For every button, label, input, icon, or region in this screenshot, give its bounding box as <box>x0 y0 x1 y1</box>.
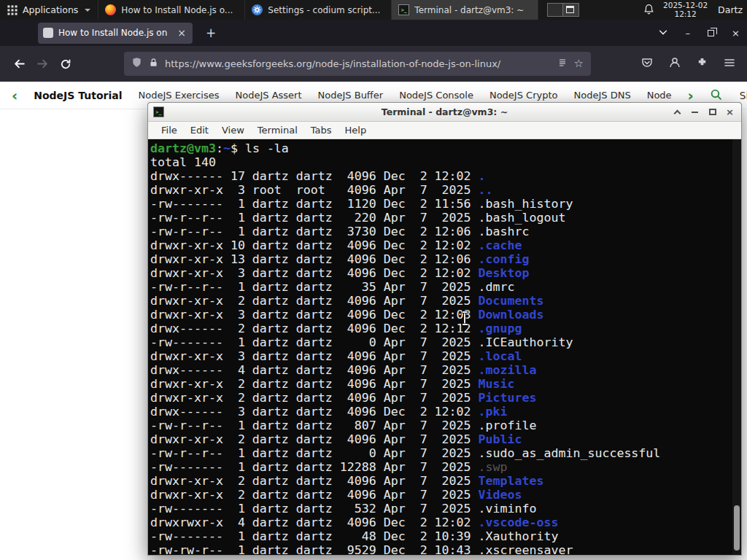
terminal-listing-row: drwxrwxr-x 4 dartz dartz 4096 Dec 2 12:0… <box>150 516 729 529</box>
site-nav-link[interactable]: Node <box>647 90 672 101</box>
terminal-listing-row: -rw------- 1 dartz dartz 0 Apr 7 2025 .I… <box>150 335 729 349</box>
panel-clock[interactable]: 2025-12-02 12:12 <box>663 1 708 18</box>
terminal-window: Terminal - dartz@vm3: ~ × FileEditViewTe… <box>147 102 742 556</box>
applications-menu-button[interactable]: Applications <box>0 0 98 20</box>
terminal-listing-row: drwxr-xr-x 2 dartz dartz 4096 Apr 7 2025… <box>150 391 729 405</box>
terminal-listing-row: drwxr-xr-x 3 dartz dartz 4096 Dec 2 12:0… <box>150 266 729 280</box>
terminal-listing-row: drwx------ 17 dartz dartz 4096 Dec 2 12:… <box>150 169 729 183</box>
applications-grid-icon <box>7 5 18 15</box>
menu-hamburger-icon[interactable] <box>724 57 735 71</box>
terminal-menu-help[interactable]: Help <box>338 123 374 137</box>
terminal-minimize-button[interactable] <box>689 106 701 118</box>
terminal-listing-row: -rw------- 1 dartz dartz 12288 Apr 7 202… <box>150 460 729 474</box>
maximize-icon <box>709 109 716 115</box>
list-all-tabs-chevron-icon[interactable] <box>658 26 668 40</box>
listing-meta: drwxr-xr-x 2 dartz dartz 4096 Apr 7 2025 <box>150 294 479 308</box>
listing-meta: -rw-r--r-- 1 dartz dartz 3730 Dec 2 12:0… <box>150 225 479 238</box>
listing-name: Pictures <box>479 391 537 405</box>
reload-button[interactable] <box>54 52 77 76</box>
site-nav-brand[interactable]: NodeJS Tutorial <box>34 90 122 101</box>
terminal-listing-row: drwxr-xr-x 2 dartz dartz 4096 Apr 7 2025… <box>150 488 729 502</box>
top-panel: Applications How to Install Node.js o...… <box>0 0 747 20</box>
tracking-shield-icon[interactable] <box>131 57 142 71</box>
terminal-scrollbar[interactable] <box>732 139 741 555</box>
panel-user-label: Dartz <box>718 4 743 15</box>
url-text: https://www.geeksforgeeks.org/node-js/in… <box>165 58 551 69</box>
terminal-menu-terminal[interactable]: Terminal <box>251 123 304 137</box>
listing-meta: -rw------- 1 dartz dartz 12288 Apr 7 202… <box>150 460 479 474</box>
site-search-icon[interactable] <box>710 88 722 103</box>
terminal-maximize-button[interactable] <box>706 106 719 118</box>
terminal-menu-edit[interactable]: Edit <box>184 123 215 137</box>
terminal-listing-row: drwx------ 2 dartz dartz 4096 Dec 2 12:1… <box>150 322 729 335</box>
browser-close-button[interactable]: × <box>732 28 740 38</box>
scrollbar-thumb[interactable] <box>734 505 740 551</box>
terminal-icon <box>398 4 409 15</box>
back-button[interactable] <box>7 52 31 76</box>
extensions-puzzle-icon[interactable] <box>697 57 708 71</box>
terminal-window-controls: × <box>671 106 736 118</box>
tab-title: How to Install Node.js on <box>58 28 171 38</box>
listing-name: Templates <box>479 474 544 488</box>
workspace-1[interactable] <box>548 4 563 16</box>
listing-meta: drwxr-xr-x 2 dartz dartz 4096 Apr 7 2025 <box>150 488 479 502</box>
prompt-user-host: dartz@vm3 <box>150 141 216 155</box>
workspace-2[interactable] <box>563 4 578 16</box>
listing-meta: -rw-r--r-- 1 dartz dartz 220 Apr 7 2025 <box>150 211 479 225</box>
browser-tab-bar: How to Install Node.js on × + – × <box>0 20 747 46</box>
tab-favicon-icon <box>43 28 53 38</box>
listing-name: . <box>479 169 486 183</box>
listing-meta: drwxr-xr-x 2 dartz dartz 4096 Apr 7 2025 <box>150 432 479 446</box>
terminal-output[interactable]: dartz@vm3:~$ ls -la total 140 drwx------… <box>148 139 741 555</box>
listing-name: .sudo_as_admin_successful <box>479 446 661 460</box>
prompt-command: ls -la <box>245 141 289 155</box>
browser-restore-button[interactable] <box>708 28 714 38</box>
url-bar[interactable]: https://www.geeksforgeeks.org/node-js/in… <box>124 52 591 76</box>
listing-name: .xscreensaver <box>479 543 573 555</box>
workspace-pager[interactable] <box>547 3 579 17</box>
listing-name: Documents <box>479 294 544 308</box>
restore-icon <box>708 30 714 36</box>
listing-name: .bash_logout <box>479 211 566 225</box>
taskbar-button-firefox[interactable]: How to Install Node.js o... <box>98 0 245 20</box>
site-nav-link[interactable]: NodeJS Assert <box>236 90 302 101</box>
notification-bell-icon[interactable] <box>643 4 654 17</box>
terminal-titlebar[interactable]: Terminal - dartz@vm3: ~ × <box>148 103 741 122</box>
applications-label: Applications <box>23 4 78 15</box>
taskbar-button-settings[interactable]: Settings - codium script... <box>245 0 392 20</box>
site-nav-link[interactable]: NodeJS Buffer <box>318 90 384 101</box>
nav-back-chevron-icon[interactable]: ‹ <box>12 88 18 103</box>
terminal-close-button[interactable]: × <box>724 106 736 118</box>
terminal-menu-view[interactable]: View <box>215 123 251 137</box>
listing-meta: -rw------- 1 dartz dartz 0 Apr 7 2025 <box>150 335 479 349</box>
listing-name: .. <box>479 183 493 197</box>
browser-tab[interactable]: How to Install Node.js on × <box>38 23 193 44</box>
lock-icon[interactable] <box>149 57 158 71</box>
listing-meta: -rw-r--r-- 1 dartz dartz 807 Apr 7 2025 <box>150 419 479 432</box>
terminal-menu-file[interactable]: File <box>155 123 184 137</box>
tab-close-icon[interactable]: × <box>176 27 187 39</box>
taskbar-button-terminal[interactable]: Terminal - dartz@vm3: ~ <box>392 0 538 20</box>
pocket-icon[interactable] <box>641 57 653 71</box>
firefox-icon <box>105 4 116 15</box>
site-nav-link[interactable]: NodeJS Exercises <box>139 90 220 101</box>
terminal-listing-row: -rw-rw-r-- 1 dartz dartz 9529 Dec 2 10:4… <box>150 543 729 555</box>
site-nav-link[interactable]: NodeJS Crypto <box>489 90 558 101</box>
site-nav-link[interactable]: NodeJS Console <box>399 90 473 101</box>
taskbar-label: How to Install Node.js o... <box>121 5 233 15</box>
listing-meta: drwx------ 2 dartz dartz 4096 Dec 2 12:1… <box>150 322 479 335</box>
reader-view-icon[interactable] <box>557 57 568 71</box>
browser-minimize-button[interactable]: – <box>686 28 691 38</box>
terminal-listing: drwx------ 17 dartz dartz 4096 Dec 2 12:… <box>150 169 729 555</box>
site-nav-link[interactable]: NodeJS DNS <box>574 90 631 101</box>
desktop: How to Install Node.js on × + – × <box>0 0 747 560</box>
nav-forward-chevron-icon[interactable]: › <box>688 88 694 103</box>
sign-in-button[interactable]: Sign In <box>740 90 747 101</box>
forward-button[interactable] <box>31 52 54 76</box>
listing-name: .bash_history <box>479 197 573 211</box>
account-icon[interactable] <box>669 57 681 71</box>
terminal-shade-button[interactable] <box>671 106 684 118</box>
new-tab-button[interactable]: + <box>201 26 220 40</box>
terminal-menu-tabs[interactable]: Tabs <box>304 123 338 137</box>
bookmark-star-icon[interactable]: ☆ <box>574 58 584 69</box>
